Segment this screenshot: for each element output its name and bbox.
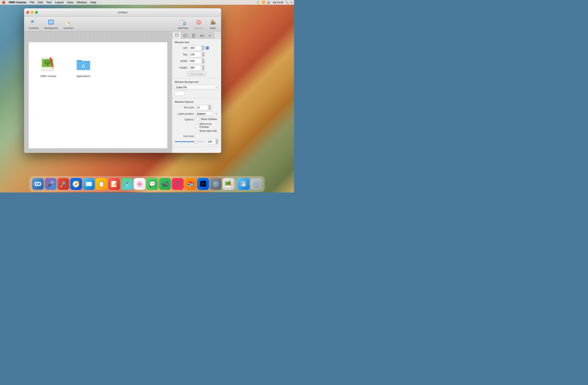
appstore-icon: 🅰 bbox=[200, 181, 206, 188]
dock-facetime[interactable]: 📹 bbox=[159, 178, 171, 190]
applications-icon-item[interactable]: A Applications bbox=[75, 55, 92, 78]
dock-books[interactable]: 📚 bbox=[184, 178, 196, 190]
height-stepper-down[interactable]: ▼ bbox=[202, 68, 205, 70]
width-input[interactable] bbox=[189, 59, 201, 64]
top-stepper-down[interactable]: ▼ bbox=[202, 55, 205, 57]
width-stepper-down[interactable]: ▼ bbox=[202, 61, 205, 64]
svg-rect-17 bbox=[181, 20, 184, 21]
dock-finder[interactable] bbox=[32, 178, 44, 190]
menubar-icon-3[interactable]: 🔊 bbox=[267, 1, 271, 4]
dock-photos[interactable]: 🌸 bbox=[134, 178, 145, 190]
show-sidebar-row: Show Sidebar bbox=[197, 118, 217, 121]
tab-ruler[interactable] bbox=[198, 32, 206, 39]
dock-stickies[interactable]: 📋 bbox=[95, 178, 107, 190]
icon-size-slider[interactable] bbox=[175, 141, 205, 142]
left-stepper-down[interactable]: ▼ bbox=[202, 48, 205, 50]
show-icon-preview-label: Show Icon Preview bbox=[199, 122, 218, 128]
label-position-dropdown[interactable]: Bottom Right bbox=[196, 111, 213, 116]
canvas-area[interactable]: DMG Canvas A bbox=[24, 32, 172, 153]
dock-dmgcanvas[interactable] bbox=[222, 178, 234, 190]
label-position-dropdown-container: Bottom Right ▼ bbox=[196, 111, 218, 116]
build-button[interactable]: Build bbox=[207, 18, 218, 31]
dock-maps[interactable]: 🗺️ bbox=[121, 178, 133, 190]
top-input-container: ▲ ▼ bbox=[189, 52, 205, 57]
text-size-stepper-up[interactable]: ▲ bbox=[208, 105, 211, 107]
left-input[interactable] bbox=[189, 45, 201, 50]
left-stepper-up[interactable]: ▲ bbox=[202, 45, 205, 48]
svg-rect-4 bbox=[31, 23, 35, 23]
menu-window[interactable]: Window bbox=[77, 1, 87, 4]
menu-text[interactable]: Text bbox=[46, 1, 52, 4]
add-files-button[interactable]: Add Files bbox=[176, 18, 190, 31]
window-size-section: Window Size Left: ▲ ▼ ? Top: bbox=[172, 39, 221, 78]
menubar-search[interactable]: 🔍 bbox=[285, 1, 289, 4]
tab-display[interactable] bbox=[181, 32, 189, 39]
minimize-button[interactable] bbox=[31, 11, 34, 14]
show-item-info-checkbox[interactable] bbox=[195, 130, 198, 132]
dmg-canvas-icon-item[interactable]: DMG Canvas bbox=[40, 55, 57, 78]
tab-window[interactable] bbox=[173, 32, 181, 39]
close-button[interactable] bbox=[26, 11, 29, 14]
show-icon-preview-checkbox[interactable] bbox=[195, 124, 198, 127]
dock-separator bbox=[236, 179, 236, 189]
color-swatch[interactable] bbox=[175, 91, 184, 96]
dock-sysprefs[interactable]: ⚙️ bbox=[210, 178, 222, 190]
window-title: Untitled bbox=[118, 11, 127, 14]
contents-button[interactable]: Contents bbox=[27, 18, 41, 31]
dock-downloads[interactable]: ⬇️ bbox=[237, 178, 249, 190]
apple-menu[interactable]: 🍎 bbox=[2, 1, 5, 4]
app-menu-name[interactable]: DMG Canvas bbox=[9, 1, 26, 4]
dock-trash[interactable]: 🗑️ bbox=[250, 178, 262, 190]
dock-reminders[interactable]: 📝 bbox=[108, 178, 120, 190]
fit-to-image-button[interactable]: Fit to Image bbox=[187, 72, 206, 76]
menu-help[interactable]: Help bbox=[90, 1, 96, 4]
width-stepper-up[interactable]: ▲ bbox=[202, 59, 205, 61]
menu-edit[interactable]: Edit bbox=[38, 1, 43, 4]
maximize-button[interactable] bbox=[35, 11, 38, 14]
menu-layout[interactable]: Layout bbox=[55, 1, 63, 4]
top-stepper-up[interactable]: ▲ bbox=[202, 52, 205, 55]
icon-size-stepper-up[interactable]: ▲ bbox=[215, 139, 218, 142]
left-stepper: ▲ ▼ bbox=[201, 45, 205, 50]
icon-size-stepper-down[interactable]: ▼ bbox=[215, 142, 218, 144]
menu-view[interactable]: View bbox=[67, 1, 73, 4]
background-type-dropdown[interactable]: Color Fill Image Fill Gradient Fill bbox=[175, 85, 218, 90]
svg-point-29 bbox=[45, 59, 50, 63]
help-icon[interactable]: ? bbox=[206, 46, 209, 50]
licenses-label: Licenses bbox=[64, 27, 73, 29]
icon-size-input[interactable] bbox=[207, 139, 215, 144]
dock-siri[interactable]: 🎤 bbox=[45, 178, 57, 190]
show-sidebar-label: Show Sidebar bbox=[201, 118, 217, 121]
background-type-dropdown-container: Color Fill Image Fill Gradient Fill ▼ bbox=[175, 85, 218, 90]
height-stepper-up[interactable]: ▲ bbox=[202, 65, 205, 68]
text-size-input[interactable] bbox=[196, 105, 208, 110]
dock-mail[interactable]: ✉️ bbox=[83, 178, 95, 190]
svg-rect-5 bbox=[31, 24, 34, 24]
tab-text[interactable]: T bbox=[206, 32, 214, 39]
contents-label: Contents bbox=[29, 27, 39, 29]
svg-rect-3 bbox=[34, 21, 35, 22]
dock-appstore[interactable]: 🅰 bbox=[197, 178, 209, 190]
dock-music[interactable]: 🎵 bbox=[172, 178, 184, 190]
menubar-control-center[interactable]: ≡ bbox=[291, 1, 292, 4]
menu-file[interactable]: File bbox=[30, 1, 34, 4]
menubar-icon-2[interactable]: 📶 bbox=[262, 1, 265, 4]
dmg-preview: DMG Canvas A bbox=[28, 42, 168, 149]
top-label: Top: bbox=[175, 53, 188, 56]
height-input[interactable] bbox=[189, 65, 201, 70]
licenses-button[interactable]: Licenses bbox=[62, 18, 75, 31]
text-size-stepper-down[interactable]: ▼ bbox=[208, 107, 211, 110]
svg-point-56 bbox=[38, 183, 40, 185]
height-input-container: ▲ ▼ bbox=[189, 65, 205, 70]
dock-launchpad[interactable]: 🚀 bbox=[57, 178, 69, 190]
top-input[interactable] bbox=[189, 52, 201, 57]
remove-button[interactable]: Remove bbox=[192, 18, 205, 31]
dock-safari[interactable]: 🧭 bbox=[70, 178, 82, 190]
show-sidebar-checkbox[interactable] bbox=[197, 118, 199, 121]
dock-messages[interactable]: 💬 bbox=[146, 178, 158, 190]
tab-page[interactable] bbox=[189, 32, 197, 39]
build-label: Build bbox=[210, 27, 215, 29]
menubar-icon-1[interactable]: 🔋 bbox=[256, 1, 260, 4]
svg-text:A: A bbox=[82, 63, 85, 69]
background-button[interactable]: Background bbox=[42, 18, 60, 31]
